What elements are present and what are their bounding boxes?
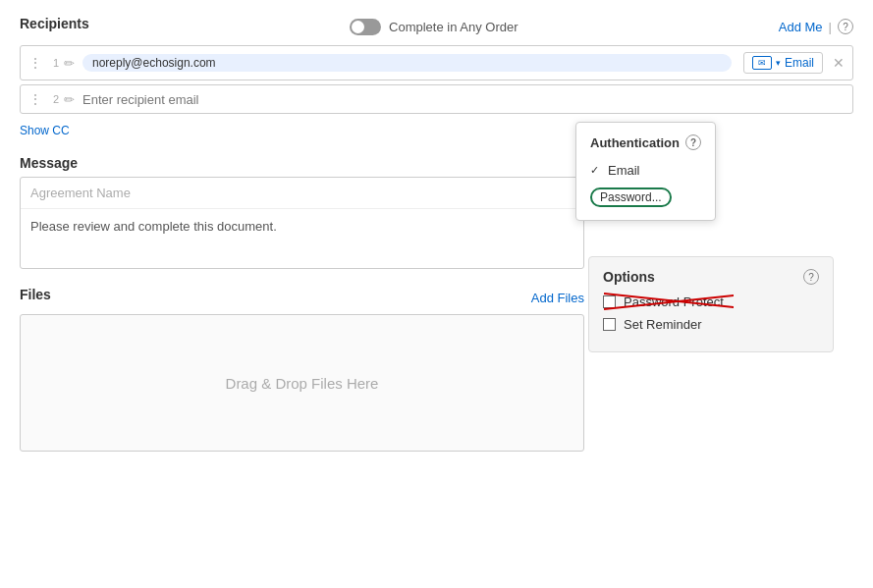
pen-icon-1: ✏ bbox=[64, 56, 75, 71]
pen-icon-2: ✏ bbox=[64, 92, 75, 107]
agreement-name-field[interactable]: Agreement Name bbox=[21, 178, 583, 209]
close-btn-1[interactable]: ✕ bbox=[833, 55, 845, 71]
options-panel: Options ? Password Protect Set Reminder bbox=[588, 256, 834, 352]
email-icon-badge: ✉ bbox=[752, 56, 772, 70]
help-icon[interactable]: ? bbox=[838, 19, 853, 34]
recipient-email-input-2[interactable] bbox=[82, 92, 845, 107]
add-me-link[interactable]: Add Me bbox=[779, 20, 823, 34]
recipient-email-1[interactable]: noreply@echosign.com bbox=[82, 54, 732, 72]
drop-zone[interactable]: Drag & Drop Files Here bbox=[20, 314, 584, 452]
set-reminder-row: Set Reminder bbox=[603, 317, 819, 332]
dropdown-auth-label: Authentication bbox=[590, 135, 680, 150]
password-protect-checkbox[interactable] bbox=[603, 295, 616, 308]
options-title: Options bbox=[603, 269, 655, 285]
header-right: Add Me | ? bbox=[779, 19, 853, 34]
recipients-title: Recipients bbox=[20, 16, 89, 31]
recipient-row-1: ⋮ 1 ✏ noreply@echosign.com ✉ ▾ Email ✕ bbox=[20, 45, 853, 80]
password-protect-row: Password Protect bbox=[603, 294, 819, 309]
auth-dropdown-1[interactable]: ✉ ▾ Email bbox=[743, 52, 823, 74]
complete-order-toggle[interactable] bbox=[350, 19, 381, 35]
dropdown-password-option[interactable]: Password... bbox=[576, 183, 715, 212]
message-body[interactable]: Please review and complete this document… bbox=[21, 209, 583, 268]
auth-dropdown-menu: Authentication ? Email Password... bbox=[575, 122, 716, 221]
complete-any-label: Complete in Any Order bbox=[389, 20, 518, 34]
chevron-icon-1: ▾ bbox=[776, 58, 781, 68]
files-title: Files bbox=[20, 287, 51, 302]
add-files-link[interactable]: Add Files bbox=[531, 291, 584, 305]
options-help-icon[interactable]: ? bbox=[803, 269, 819, 285]
files-header: Files Add Files bbox=[20, 287, 584, 308]
password-protect-label: Password Protect bbox=[624, 294, 724, 309]
message-title: Message bbox=[20, 155, 853, 171]
password-option-label: Password... bbox=[590, 187, 672, 207]
auth-label-1: Email bbox=[785, 56, 814, 70]
recipients-section: Recipients Complete in Any Order Add Me … bbox=[20, 16, 853, 137]
row-number-1: 1 bbox=[48, 57, 64, 69]
dropdown-header: Authentication ? bbox=[576, 131, 715, 158]
email-option-label: Email bbox=[608, 163, 640, 178]
row-number-2: 2 bbox=[48, 93, 64, 105]
dropdown-email-option[interactable]: Email bbox=[576, 158, 715, 183]
options-header: Options ? bbox=[603, 269, 819, 285]
show-cc-link[interactable]: Show CC bbox=[20, 124, 70, 137]
message-section: Message Agreement Name Please review and… bbox=[20, 155, 853, 269]
drag-handle-1[interactable]: ⋮ bbox=[28, 55, 42, 71]
drop-zone-text: Drag & Drop Files Here bbox=[226, 375, 379, 392]
dropdown-help-icon[interactable]: ? bbox=[685, 134, 701, 150]
set-reminder-checkbox[interactable] bbox=[603, 318, 616, 331]
complete-order-controls: Complete in Any Order bbox=[350, 19, 518, 35]
drag-handle-2[interactable]: ⋮ bbox=[28, 91, 42, 107]
recipient-row-2: ⋮ 2 ✏ bbox=[20, 84, 853, 114]
set-reminder-label: Set Reminder bbox=[624, 317, 701, 332]
message-box: Agreement Name Please review and complet… bbox=[20, 177, 584, 269]
